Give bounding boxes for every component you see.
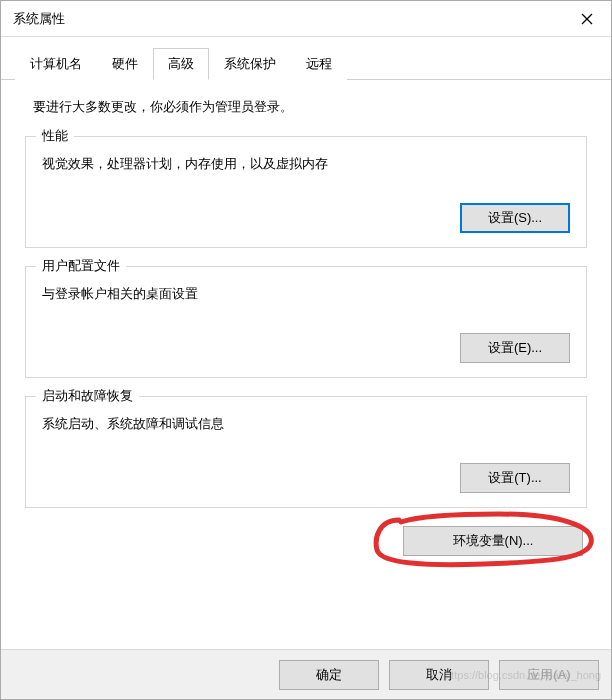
intro-text: 要进行大多数更改，你必须作为管理员登录。 (25, 98, 587, 116)
user-profiles-button-row: 设置(E)... (42, 333, 570, 363)
environment-variables-button[interactable]: 环境变量(N)... (403, 526, 583, 556)
performance-group-title: 性能 (36, 127, 74, 145)
env-variable-row: 环境变量(N)... (25, 526, 587, 556)
performance-settings-button[interactable]: 设置(S)... (460, 203, 570, 233)
performance-group-desc: 视觉效果，处理器计划，内存使用，以及虚拟内存 (42, 155, 570, 173)
tab-remote[interactable]: 远程 (291, 48, 347, 80)
tab-content-advanced: 要进行大多数更改，你必须作为管理员登录。 性能 视觉效果，处理器计划，内存使用，… (1, 80, 611, 566)
apply-button[interactable]: 应用(A) (499, 660, 599, 690)
titlebar: 系统属性 (1, 1, 611, 37)
tab-advanced[interactable]: 高级 (153, 48, 209, 80)
user-profiles-group: 用户配置文件 与登录帐户相关的桌面设置 设置(E)... (25, 266, 587, 378)
startup-group-desc: 系统启动、系统故障和调试信息 (42, 415, 570, 433)
startup-group-title: 启动和故障恢复 (36, 387, 139, 405)
tab-computer-name[interactable]: 计算机名 (15, 48, 97, 80)
window-title: 系统属性 (13, 10, 65, 28)
user-profiles-group-title: 用户配置文件 (36, 257, 126, 275)
close-button[interactable] (563, 1, 611, 37)
user-profiles-group-desc: 与登录帐户相关的桌面设置 (42, 285, 570, 303)
close-icon (581, 13, 593, 25)
user-profiles-settings-button[interactable]: 设置(E)... (460, 333, 570, 363)
dialog-footer: 确定 取消 应用(A) (1, 649, 611, 699)
tab-bar: 计算机名 硬件 高级 系统保护 远程 (1, 37, 611, 80)
cancel-button[interactable]: 取消 (389, 660, 489, 690)
ok-button[interactable]: 确定 (279, 660, 379, 690)
startup-button-row: 设置(T)... (42, 463, 570, 493)
performance-group: 性能 视觉效果，处理器计划，内存使用，以及虚拟内存 设置(S)... (25, 136, 587, 248)
performance-button-row: 设置(S)... (42, 203, 570, 233)
system-properties-window: 系统属性 计算机名 硬件 高级 系统保护 远程 要进行大多数更改，你必须作为管理… (0, 0, 612, 700)
tab-system-protection[interactable]: 系统保护 (209, 48, 291, 80)
startup-group: 启动和故障恢复 系统启动、系统故障和调试信息 设置(T)... (25, 396, 587, 508)
tab-hardware[interactable]: 硬件 (97, 48, 153, 80)
startup-settings-button[interactable]: 设置(T)... (460, 463, 570, 493)
